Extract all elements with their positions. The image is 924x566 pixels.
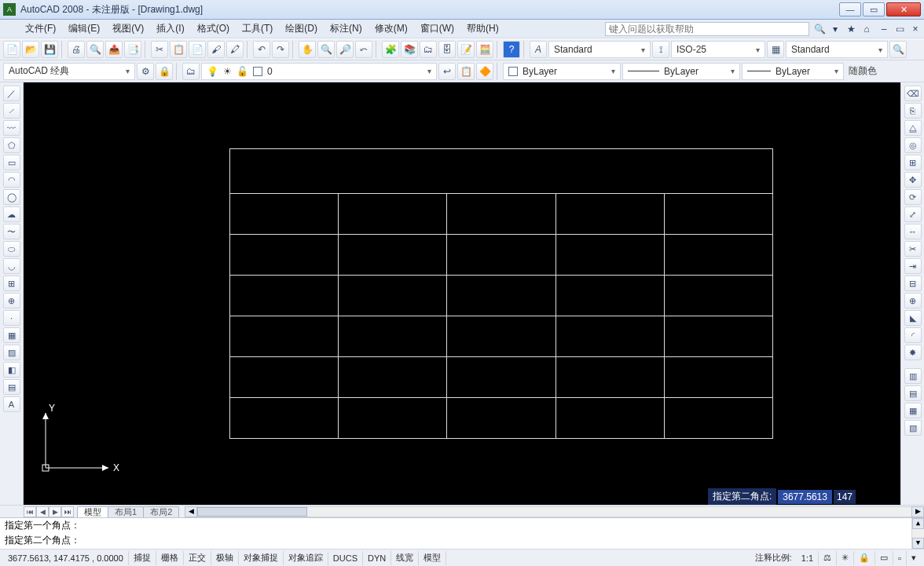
paste-icon[interactable]: 📄 [189,41,206,58]
mtext-icon[interactable]: A [3,396,20,412]
menu-file[interactable]: 文件(F) [19,20,62,37]
polyline-icon[interactable]: 〰 [3,120,20,136]
explode-icon[interactable]: ✸ [904,345,922,360]
search-icon[interactable]: 🔍 [812,22,827,36]
properties-icon[interactable]: 🧩 [382,41,399,58]
menu-view[interactable]: 视图(V) [106,20,150,37]
mdi-close-button[interactable]: × [908,22,922,36]
menu-help[interactable]: 帮助(H) [460,20,505,37]
status-max-icon[interactable]: ▭ [875,551,893,565]
gradient-icon[interactable]: ▨ [3,345,20,360]
zoom-previous-icon[interactable]: ⤺ [355,41,372,58]
minimize-button[interactable]: — [839,2,861,16]
status-lock-icon[interactable]: 🔒 [854,551,875,565]
dropdown-icon[interactable]: ▾ [828,22,842,36]
menu-dimension[interactable]: 标注(N) [324,20,368,37]
construction-line-icon[interactable]: ⟋ [3,103,20,119]
markup-icon[interactable]: 📝 [457,41,475,58]
status-clean-icon[interactable]: ▫ [893,551,907,565]
open-icon[interactable]: 📂 [22,41,39,58]
calculator-icon[interactable]: 🧮 [476,41,493,58]
copy-icon[interactable]: 📋 [170,41,187,58]
make-block-icon[interactable]: ⊕ [3,293,20,309]
mdi-minimize-button[interactable]: – [877,22,891,36]
tab-layout1[interactable]: 布局1 [108,506,144,517]
ellipse-icon[interactable]: ⬭ [3,241,20,257]
rotate-icon[interactable]: ⟳ [904,189,922,205]
status-ortho[interactable]: 正交 [184,551,211,565]
line-icon[interactable]: ／ [3,86,20,101]
menu-draw[interactable]: 绘图(D) [279,20,324,37]
save-icon[interactable]: 💾 [41,41,58,58]
publish-icon[interactable]: 📤 [105,41,123,58]
cut-icon[interactable]: ✂ [151,41,168,58]
color-combo[interactable]: ByLayer▾ [503,63,621,80]
textstyle-icon[interactable]: A [530,41,547,58]
coordinates-display[interactable]: 3677.5613, 147.4175 , 0.0000 [3,551,129,565]
fillet-icon[interactable]: ◜ [904,327,922,343]
plot-preview-icon[interactable]: 🔍 [86,41,104,58]
brush-icon[interactable]: 🖍 [226,41,244,58]
options-icon[interactable]: 🔍 [889,41,907,58]
horizontal-scrollbar[interactable]: ◀ ▶ [185,506,924,517]
status-polar[interactable]: 极轴 [211,551,239,565]
hatch-icon[interactable]: ▦ [3,327,20,343]
ellipse-arc-icon[interactable]: ◡ [3,258,20,274]
sheet-icon[interactable]: 🗄 [438,41,456,58]
dimstyle-combo[interactable]: ISO-25▾ [671,41,765,58]
palette1-icon[interactable]: ▥ [904,368,922,384]
close-button[interactable]: ✕ [886,2,921,16]
pan-icon[interactable]: ✋ [299,41,316,58]
break-icon[interactable]: ⊟ [904,276,922,291]
layer-combo[interactable]: 💡 ☀ 🔓 0 ▾ [201,63,437,80]
tab-prev-button[interactable]: ◀ [36,506,49,517]
zoom-window-icon[interactable]: 🔎 [336,41,354,58]
layer-manager-icon[interactable]: 🗂 [182,63,200,80]
drawing-area[interactable]: X Y 指定第二角点: 3677.5613 147 [24,82,900,505]
sheet-set-icon[interactable]: 📑 [124,41,141,58]
table-icon[interactable]: ▤ [3,379,20,395]
dynamic-input-value[interactable]: 3677.5613 [778,490,832,504]
arc-icon[interactable]: ◠ [3,172,20,188]
move-icon[interactable]: ✥ [904,172,922,188]
qat-icon[interactable] [2,22,16,36]
dimstyle-icon[interactable]: ⟟ [652,41,669,58]
stretch-icon[interactable]: ↔ [904,224,922,239]
insert-block-icon[interactable]: ⊞ [3,276,20,291]
status-ducs[interactable]: DUCS [328,551,363,565]
offset-icon[interactable]: ◎ [904,137,922,153]
hscroll-thumb[interactable] [197,507,307,517]
print-icon[interactable]: 🖨 [68,41,85,58]
redo-icon[interactable]: ↷ [272,41,289,58]
command-vscroll[interactable]: ▲ ▼ [911,518,924,549]
status-otrack[interactable]: 对象追踪 [284,551,328,565]
tablestyle-combo[interactable]: Standard▾ [786,41,888,58]
status-model[interactable]: 模型 [419,551,446,565]
status-lwt[interactable]: 线宽 [391,551,419,565]
hscroll-right-button[interactable]: ▶ [911,506,924,517]
linetype-combo[interactable]: ByLayer▾ [622,63,740,80]
trim-icon[interactable]: ✂ [904,241,922,257]
rectangle-icon[interactable]: ▭ [3,155,20,170]
erase-icon[interactable]: ⌫ [904,86,922,101]
join-icon[interactable]: ⊕ [904,293,922,309]
layer-states-icon[interactable]: 📋 [457,63,475,80]
array-icon[interactable]: ⊞ [904,155,922,170]
anno-autoscale-icon[interactable]: ✳ [837,551,854,565]
textstyle-combo[interactable]: Standard▾ [548,41,651,58]
help-search-input[interactable] [605,22,809,36]
extend-icon[interactable]: ⇥ [904,258,922,274]
favorite-icon[interactable]: ★ [844,22,858,36]
scale-icon[interactable]: ⤢ [904,206,922,222]
design-center-icon[interactable]: 📚 [401,41,418,58]
mdi-restore-button[interactable]: ▭ [893,22,907,36]
layer-isolate-icon[interactable]: 🔶 [476,63,493,80]
annotation-scale-value[interactable]: 1:1 [797,551,819,565]
tool-palettes-icon[interactable]: 🗂 [420,41,437,58]
menu-edit[interactable]: 编辑(E) [62,20,106,37]
layer-previous-icon[interactable]: ↩ [438,63,456,80]
status-osnap[interactable]: 对象捕捉 [239,551,284,565]
hscroll-left-button[interactable]: ◀ [185,506,197,517]
vscroll-up-button[interactable]: ▲ [912,518,924,529]
workspace-combo[interactable]: AutoCAD 经典▾ [3,63,135,80]
